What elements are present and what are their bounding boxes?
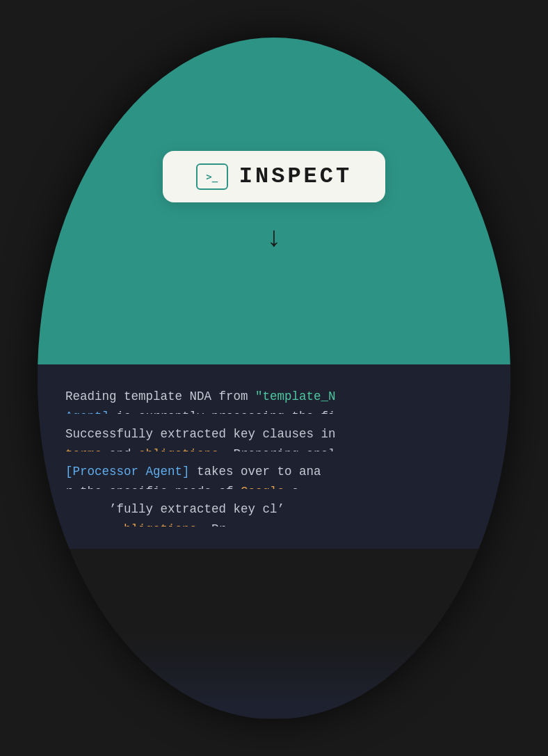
processor-tag: [Processor Agent] bbox=[65, 465, 190, 478]
code-line-2: Agent] is currently processing the fi bbox=[65, 407, 483, 414]
bottom-section-wrapper: Reading template NDA from "template_N Ag… bbox=[38, 364, 510, 719]
arrow-down-icon: ↓ bbox=[267, 223, 281, 251]
inspect-title: INSPECT bbox=[239, 163, 352, 189]
code-obligations-2: bligations bbox=[124, 522, 197, 526]
code-block-2: Successfully extracted key clauses in te… bbox=[65, 424, 483, 451]
inspect-card: INSPECT bbox=[163, 151, 385, 202]
code-line-6: r the specific needs of Google a bbox=[65, 482, 483, 489]
code-line-4: terms and obligations. Preparing anal bbox=[65, 444, 483, 451]
terminal-icon bbox=[196, 163, 228, 190]
code-line-5: [Processor Agent] takes over to ana bbox=[65, 462, 483, 482]
code-value-template: "template_N bbox=[255, 389, 336, 403]
code-block-3: [Processor Agent] takes over to ana r th… bbox=[65, 462, 483, 489]
code-block-4: ’fully extracted key cl’ bligations. Pr bbox=[65, 499, 483, 526]
gap-3 bbox=[65, 489, 483, 499]
code-line-8: bligations. Pr bbox=[65, 520, 483, 526]
terminal-output: Reading template NDA from "template_N Ag… bbox=[38, 364, 510, 549]
oval-container: INSPECT ↓ Reading template NDA from "tem… bbox=[38, 38, 510, 719]
code-line-3: Successfully extracted key clauses in bbox=[65, 424, 483, 444]
top-section: INSPECT ↓ bbox=[38, 38, 510, 364]
gap-2 bbox=[65, 451, 483, 462]
code-line-1: Reading template NDA from "template_N bbox=[65, 387, 483, 407]
bottom-fade bbox=[38, 635, 510, 718]
gap-1 bbox=[65, 414, 483, 424]
code-block-1: Reading template NDA from "template_N Ag… bbox=[65, 387, 483, 414]
code-line-7: ’fully extracted key cl’ bbox=[65, 499, 483, 520]
